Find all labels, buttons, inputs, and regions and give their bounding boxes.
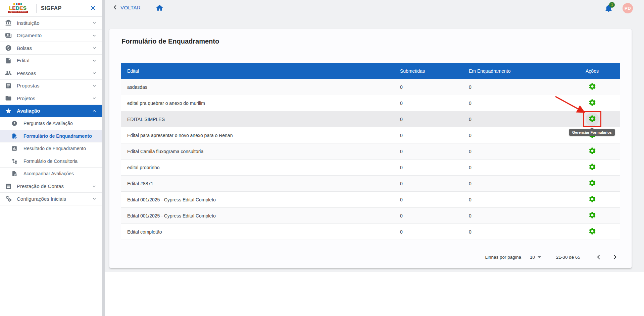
em-enquadramento-cell: 0 xyxy=(463,133,564,138)
table-row: Edital completão00 xyxy=(121,224,620,240)
scholarship-icon xyxy=(5,45,12,51)
sidebar-item-acompanhar-avaliacoes[interactable]: ?Acompanhar Avaliações xyxy=(0,168,102,180)
manage-forms-button[interactable] xyxy=(586,209,599,223)
manage-forms-button[interactable] xyxy=(586,80,599,94)
manage-forms-button[interactable] xyxy=(586,97,599,110)
previous-page-button[interactable] xyxy=(594,253,603,261)
sidebar-item-label: Bolsas xyxy=(17,45,92,51)
sidebar-item-label: Perguntas de Avaliação xyxy=(23,121,97,126)
avatar[interactable]: PD xyxy=(623,3,633,13)
settings-gear-icon xyxy=(588,147,596,156)
actions-cell xyxy=(564,209,620,223)
manage-forms-button[interactable] xyxy=(586,225,599,239)
edital-cell: Edital #8871 xyxy=(121,181,394,186)
sidebar-item-pessoas[interactable]: Pessoas xyxy=(0,67,102,80)
em-enquadramento-cell: 0 xyxy=(463,149,564,154)
table-header-row: EditalSubmetidasEm EnquadramentoAções xyxy=(121,63,620,79)
submetidas-cell: 0 xyxy=(394,133,463,138)
sidebar-scrollbar[interactable] xyxy=(102,0,105,316)
em-enquadramento-cell: 0 xyxy=(463,181,564,186)
question-circle-icon: ? xyxy=(11,120,18,126)
folder-icon xyxy=(5,95,12,102)
chevron-down-icon xyxy=(92,45,97,51)
sidebar-item-label: Resultado de Enquadramento xyxy=(23,146,97,151)
svg-text:?: ? xyxy=(15,174,16,176)
em-enquadramento-cell: 0 xyxy=(463,101,564,106)
actions-cell xyxy=(564,193,620,206)
sidebar-item-bolsas[interactable]: Bolsas xyxy=(0,42,102,55)
sidebar-item-resultado-de-enquadramento[interactable]: Resultado de Enquadramento xyxy=(0,142,102,155)
manage-forms-button[interactable] xyxy=(586,161,599,174)
submetidas-cell: 0 xyxy=(394,197,463,202)
sidebar-item-instituicao[interactable]: Instituição xyxy=(0,17,102,29)
submetidas-cell: 0 xyxy=(394,213,463,218)
actions-cell xyxy=(564,97,620,110)
editais-table: EditalSubmetidasEm EnquadramentoAções as… xyxy=(121,63,620,240)
chevron-down-icon xyxy=(92,33,97,38)
settings-gear-icon xyxy=(588,115,596,124)
actions-cell xyxy=(564,145,620,158)
chevron-down-icon xyxy=(92,58,97,63)
actions-cell xyxy=(564,113,620,126)
edital-cell: EDITAL SIMPLES xyxy=(121,117,394,122)
settings-gear-icon xyxy=(588,211,596,220)
logo-caption: Engenharia de Software xyxy=(8,11,28,13)
submetidas-cell: 0 xyxy=(394,101,463,106)
submetidas-cell: 0 xyxy=(394,117,463,122)
submetidas-cell: 0 xyxy=(394,229,463,235)
list-icon xyxy=(5,183,12,190)
settings-gear-icon xyxy=(588,227,596,236)
settings-gear-icon xyxy=(588,99,596,108)
edital-cell: edital pra quebrar o anexo do murilim xyxy=(121,101,394,106)
table-row: Edital para apresentar o novo anexo para… xyxy=(121,127,620,143)
notification-badge: 1 xyxy=(609,2,615,8)
sidebar-item-label: Avaliação xyxy=(17,108,92,114)
sidebar-item-label: Formulário de Enquadramento xyxy=(23,133,97,139)
settings-gear-icon xyxy=(588,82,596,91)
sidebar-item-formulario-de-consultoria[interactable]: Formulário de Consultoria xyxy=(0,155,102,168)
sidebar-item-prestacao-de-contas[interactable]: Prestação de Contas xyxy=(0,180,102,193)
edital-cell: edital probrinho xyxy=(121,165,394,170)
document-icon xyxy=(5,57,12,64)
home-icon xyxy=(155,4,164,12)
pagination-range: 21-30 de 65 xyxy=(556,255,580,260)
submetidas-cell: 0 xyxy=(394,165,463,170)
sidebar-item-perguntas-de-avaliacao[interactable]: ?Perguntas de Avaliação xyxy=(0,117,102,130)
close-sidebar-button[interactable] xyxy=(90,5,96,12)
article-icon xyxy=(5,82,12,89)
sidebar-header: LEDES Engenharia de Software SIGFAP xyxy=(0,0,102,17)
action-tooltip: Gerenciar Formulários xyxy=(569,129,615,136)
em-enquadramento-cell: 0 xyxy=(463,229,564,235)
settings-gear-icon xyxy=(588,195,596,204)
rows-per-page-value: 10 xyxy=(530,255,535,260)
doc-question-icon: ? xyxy=(11,171,18,177)
svg-text:?: ? xyxy=(13,122,15,125)
table-row: Edital 001/2025 - Cypress Edital Complet… xyxy=(121,208,620,224)
sidebar-item-propostas[interactable]: Propostas xyxy=(0,80,102,92)
back-button[interactable]: VOLTAR xyxy=(112,4,141,10)
manage-forms-button[interactable] xyxy=(586,145,599,158)
em-enquadramento-cell: 0 xyxy=(463,213,564,218)
home-button[interactable] xyxy=(155,4,164,12)
rows-per-page-select[interactable]: 10 xyxy=(530,255,541,260)
table-body: asdasdas00edital pra quebrar o anexo do … xyxy=(121,79,620,240)
manage-forms-button[interactable] xyxy=(586,113,599,126)
sidebar-item-edital[interactable]: Edital xyxy=(0,55,102,67)
chevron-down-icon xyxy=(92,196,97,201)
sidebar-item-label: Propostas xyxy=(17,83,92,88)
form-edit-icon xyxy=(11,133,18,139)
sidebar-item-orcamento[interactable]: Orçamento xyxy=(0,29,102,42)
manage-forms-button[interactable] xyxy=(586,177,599,190)
next-page-button[interactable] xyxy=(610,253,619,261)
sidebar-item-formulario-de-enquadramento[interactable]: Formulário de Enquadramento xyxy=(0,130,102,143)
edital-cell: Edital 001/2025 - Cypress Edital Complet… xyxy=(121,213,394,218)
em-enquadramento-cell: 0 xyxy=(463,165,564,170)
divider xyxy=(36,4,37,13)
sidebar-item-configuracoes-iniciais[interactable]: Configurações Iniciais xyxy=(0,193,102,205)
manage-forms-button[interactable] xyxy=(586,193,599,206)
em-enquadramento-cell: 0 xyxy=(463,84,564,90)
sidebar-item-avaliacao[interactable]: Avaliação xyxy=(0,105,102,118)
chevron-left-icon xyxy=(595,254,602,260)
notifications-button[interactable]: 1 xyxy=(604,4,613,13)
sidebar-item-projetos[interactable]: Projetos xyxy=(0,92,102,105)
